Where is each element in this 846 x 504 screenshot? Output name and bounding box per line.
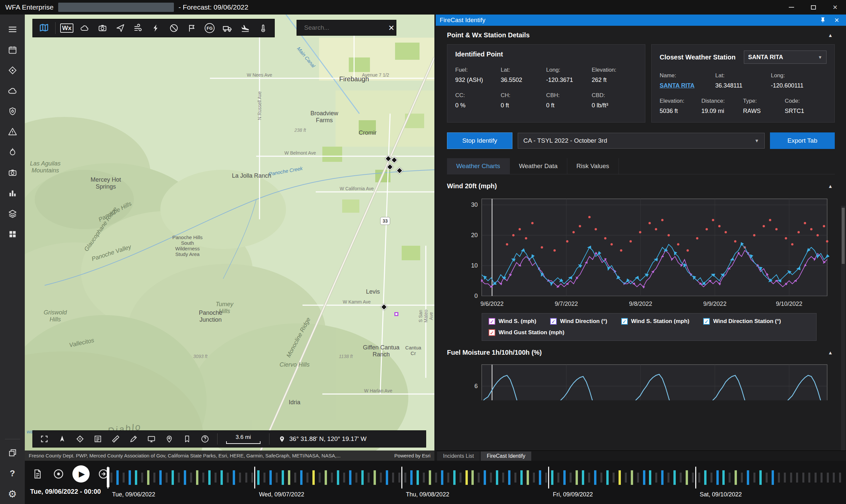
restricted-tool-button[interactable] (165, 20, 183, 36)
field-elevation: Elevation:5036 ft (659, 98, 701, 114)
fire-shield-button[interactable] (3, 101, 22, 122)
stop-identify-button[interactable]: Stop Identify (447, 132, 513, 149)
send-tool-button[interactable] (112, 20, 129, 36)
place-pin-button[interactable] (161, 432, 177, 446)
series-checkbox[interactable]: ✓ (489, 329, 495, 336)
timeline-tick (625, 473, 627, 483)
export-tab-button[interactable]: Export Tab (770, 132, 835, 149)
close-button[interactable]: × (824, 0, 846, 15)
timeline-tick (600, 473, 602, 483)
legend-button[interactable] (90, 432, 106, 446)
details-row: Identified Point Fuel:932 (ASH)Lat:36.55… (447, 44, 835, 123)
close-panel-button[interactable]: × (831, 16, 842, 25)
panel-scrollbar[interactable] (841, 206, 845, 450)
timeline-tick (692, 473, 694, 483)
wind-tool-button[interactable] (130, 20, 147, 36)
pin-panel-button[interactable] (817, 16, 828, 25)
wind-chart-legend: ✓Wind S. (mph)✓Wind Direction (°)✓Wind S… (482, 313, 816, 341)
series-checkbox[interactable]: ✓ (621, 318, 628, 325)
map-help-button[interactable] (197, 432, 213, 446)
series-checkbox[interactable]: ✓ (550, 318, 557, 325)
clouds-tool-button[interactable] (76, 20, 93, 36)
timeline-cursor[interactable] (107, 467, 109, 487)
flame-button[interactable] (3, 142, 22, 162)
timeline-tick (380, 473, 382, 483)
locate-button[interactable] (72, 432, 88, 446)
identify-tool-button[interactable] (35, 20, 53, 36)
lightning-tool-button[interactable] (148, 20, 165, 36)
dock-tab-incidents-list[interactable]: Incidents List (437, 451, 480, 461)
apps-button[interactable] (3, 224, 22, 245)
field-value: 19.09 mi (701, 108, 743, 114)
display-button[interactable] (143, 432, 160, 446)
map-canvas[interactable] (25, 15, 434, 450)
temperature-tool-button[interactable] (255, 20, 272, 36)
menu-button[interactable] (3, 19, 22, 40)
fg-icon: FG (205, 23, 214, 33)
collapse-section-button[interactable]: ▲ (826, 32, 835, 38)
measure-button[interactable] (107, 432, 124, 446)
skip-start-button[interactable] (51, 467, 66, 481)
fire-ground-button[interactable]: FG (201, 20, 218, 36)
station-select[interactable]: SANTA RITA ▼ (744, 51, 827, 64)
milepost-tool-button[interactable] (183, 20, 200, 36)
maximize-button[interactable] (802, 0, 824, 15)
chevron-down-icon: ▼ (818, 55, 822, 60)
svg-text:9/7/2022: 9/7/2022 (555, 301, 578, 307)
search-input[interactable] (304, 24, 385, 31)
svg-text:20: 20 (471, 232, 478, 238)
timeline-tick (741, 473, 743, 483)
timeline-tick (368, 473, 369, 483)
series-checkbox[interactable]: ✓ (489, 318, 495, 325)
scenario-select[interactable]: CA - TSYL 2022 - October 3rd ▼ (518, 133, 765, 149)
draw-button[interactable] (125, 432, 142, 446)
collapse-wind-chart-button[interactable]: ▲ (826, 183, 835, 189)
bookmark-button[interactable] (179, 432, 195, 446)
charts-button[interactable] (3, 183, 22, 203)
map-view[interactable]: Las Aguilas MountainsMercey Hot SpringsP… (25, 15, 434, 461)
day-label: Sat, 09/10/2022 (700, 491, 742, 498)
search-close-button[interactable]: × (389, 23, 394, 33)
fire-location-button[interactable] (3, 60, 22, 80)
powered-by-esri[interactable]: Powered by Esri (394, 453, 430, 458)
tab-weather-data[interactable]: Weather Data (510, 158, 567, 174)
play-button[interactable]: ▶ (72, 465, 90, 483)
menu-icon (8, 25, 17, 34)
dock-tab-firecast-identify[interactable]: FireCast Identify (481, 451, 531, 461)
field-value: -120.600111 (771, 82, 827, 89)
fire-camera-button[interactable] (3, 162, 22, 183)
minimize-button[interactable] (780, 0, 802, 15)
station-link[interactable]: SANTA RITA (659, 82, 715, 89)
fullscreen-button[interactable] (36, 432, 53, 446)
field-value: 0 ft (546, 102, 592, 109)
scrollbar-thumb[interactable] (842, 208, 845, 264)
window-titlebar: WFA Enterprise - Forecast: 09/06/2022 × (0, 0, 846, 15)
timeline-tick (343, 473, 345, 483)
clouds-button[interactable] (3, 80, 22, 101)
window-restore-button[interactable] (3, 443, 22, 463)
layers-button[interactable] (3, 203, 22, 224)
tab-weather-charts[interactable]: Weather Charts (447, 158, 510, 174)
identify-icon (39, 23, 49, 33)
aircraft-tool-button[interactable] (237, 20, 254, 36)
timeline-tick (251, 473, 253, 483)
north-arrow-button[interactable] (54, 432, 70, 446)
help-button[interactable]: ? (3, 463, 22, 484)
apparatus-tool-button[interactable] (219, 20, 236, 36)
tab-risk-values[interactable]: Risk Values (567, 158, 619, 174)
camera-tool-button[interactable] (94, 20, 111, 36)
incident-marker-square[interactable] (394, 312, 398, 316)
settings-button[interactable]: ⚙ (3, 484, 22, 504)
timeline-track[interactable]: Tue, 09/06/2022Wed, 09/07/2022Thu, 09/08… (107, 464, 842, 501)
skip-start-icon (53, 468, 64, 480)
collapse-fuel-moisture-button[interactable]: ▲ (826, 350, 835, 355)
report-button[interactable] (30, 467, 45, 481)
series-checkbox[interactable]: ✓ (703, 318, 710, 325)
timeline-event-tick (196, 470, 198, 485)
timeline-tick (808, 473, 810, 483)
calendar-button[interactable] (3, 40, 22, 60)
wx-stations-button[interactable]: Wx (58, 20, 75, 36)
field-cc: CC:0 % (455, 92, 501, 109)
timeline-event-tick (735, 470, 737, 485)
alert-button[interactable] (3, 122, 22, 142)
